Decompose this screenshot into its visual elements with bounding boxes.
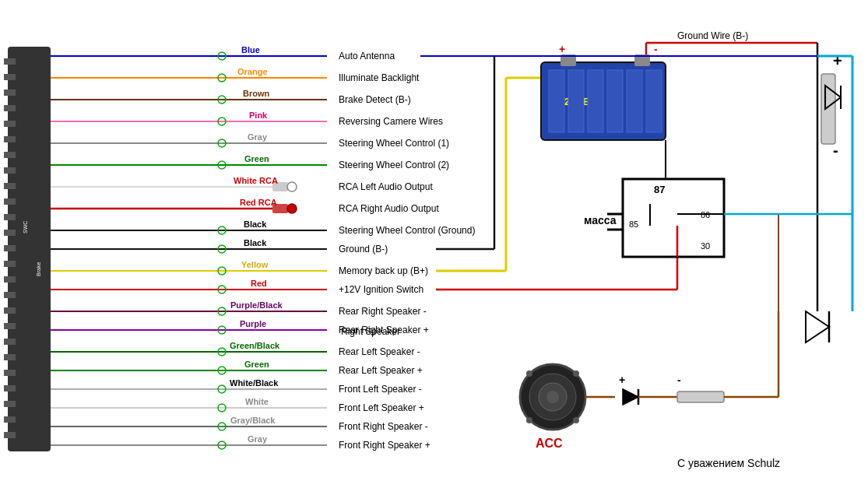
svg-rect-22 bbox=[4, 401, 16, 407]
svg-text:+12V Ignition Switch: +12V Ignition Switch bbox=[339, 284, 423, 295]
svg-text:Brown: Brown bbox=[243, 89, 270, 98]
svg-text:ACC: ACC bbox=[536, 437, 563, 450]
svg-rect-16 bbox=[4, 307, 16, 314]
svg-rect-3 bbox=[4, 105, 16, 111]
svg-text:Green: Green bbox=[244, 360, 269, 369]
signature-text: С уважением Schulz bbox=[677, 457, 780, 469]
svg-text:Steering Wheel Control (Ground: Steering Wheel Control (Ground) bbox=[339, 225, 475, 236]
svg-text:Brake: Brake bbox=[36, 262, 41, 276]
svg-rect-10 bbox=[4, 214, 16, 220]
svg-text:Black: Black bbox=[244, 219, 267, 229]
svg-rect-2 bbox=[4, 90, 16, 96]
svg-text:Ground Wire (B-): Ground Wire (B-) bbox=[677, 30, 748, 41]
svg-text:Gray: Gray bbox=[248, 132, 268, 142]
svg-text:Orange: Orange bbox=[237, 67, 268, 76]
svg-text:+: + bbox=[559, 43, 565, 55]
svg-rect-17 bbox=[4, 323, 16, 329]
svg-point-157 bbox=[526, 370, 532, 377]
svg-rect-12 bbox=[4, 245, 16, 251]
svg-rect-21 bbox=[4, 385, 16, 391]
svg-rect-125 bbox=[646, 70, 662, 132]
svg-rect-4 bbox=[4, 121, 16, 127]
svg-text:Rear Right Speaker -: Rear Right Speaker - bbox=[339, 306, 427, 317]
svg-rect-20 bbox=[4, 370, 16, 376]
svg-point-160 bbox=[573, 417, 579, 423]
svg-text:Purple: Purple bbox=[240, 319, 266, 328]
svg-point-158 bbox=[573, 370, 579, 377]
svg-rect-9 bbox=[4, 198, 16, 205]
svg-rect-8 bbox=[4, 183, 16, 189]
svg-text:+: + bbox=[833, 52, 842, 69]
wiring-diagram: Blue Auto Antenna Orange Illuminate Back… bbox=[0, 0, 868, 495]
svg-text:85: 85 bbox=[629, 219, 638, 229]
svg-text:Brake Detect (B-): Brake Detect (B-) bbox=[339, 94, 411, 105]
svg-text:-: - bbox=[654, 43, 658, 55]
svg-rect-13 bbox=[4, 261, 16, 267]
svg-text:30: 30 bbox=[701, 241, 710, 251]
svg-text:Red RCA: Red RCA bbox=[240, 198, 277, 207]
svg-marker-171 bbox=[806, 311, 829, 342]
svg-text:SWC: SWC bbox=[23, 221, 28, 233]
svg-text:масса: масса bbox=[584, 214, 617, 226]
svg-rect-7 bbox=[4, 167, 16, 174]
svg-text:+: + bbox=[619, 374, 625, 386]
svg-text:Gray/Black: Gray/Black bbox=[230, 416, 276, 425]
svg-text:Rear Left Speaker -: Rear Left Speaker - bbox=[339, 346, 420, 357]
svg-text:White RCA: White RCA bbox=[234, 176, 278, 185]
svg-rect-6 bbox=[4, 152, 16, 158]
svg-rect-11 bbox=[4, 230, 16, 236]
svg-point-156 bbox=[546, 391, 559, 403]
svg-text:Front Right Speaker -: Front Right Speaker - bbox=[339, 421, 428, 432]
svg-rect-23 bbox=[4, 416, 16, 423]
svg-rect-0 bbox=[4, 58, 16, 65]
svg-text:Front Right Speaker +: Front Right Speaker + bbox=[339, 440, 430, 451]
svg-text:Illuminate Backlight: Illuminate Backlight bbox=[339, 72, 420, 83]
svg-text:Ground (B-): Ground (B-) bbox=[339, 244, 388, 255]
svg-point-57 bbox=[287, 204, 297, 213]
right-speaker-label: Right Speaker bbox=[341, 326, 400, 337]
svg-rect-14 bbox=[4, 276, 16, 283]
svg-text:Front Left Speaker -: Front Left Speaker - bbox=[339, 384, 422, 395]
svg-text:Steering Wheel Control (2): Steering Wheel Control (2) bbox=[339, 160, 449, 170]
svg-text:Front Left Speaker +: Front Left Speaker + bbox=[339, 402, 424, 413]
svg-rect-124 bbox=[627, 70, 642, 132]
svg-text:Blue: Blue bbox=[241, 45, 260, 54]
svg-marker-163 bbox=[623, 389, 638, 405]
svg-rect-1 bbox=[4, 74, 16, 80]
svg-text:RCA Left Audio Output: RCA Left Audio Output bbox=[339, 181, 433, 192]
svg-text:Steering Wheel Control (1): Steering Wheel Control (1) bbox=[339, 138, 449, 149]
svg-rect-18 bbox=[4, 339, 16, 345]
svg-text:Reversing Camere Wires: Reversing Camere Wires bbox=[339, 116, 443, 127]
svg-text:-: - bbox=[677, 374, 681, 386]
svg-text:Memory back up (B+): Memory back up (B+) bbox=[339, 265, 428, 276]
svg-text:87: 87 bbox=[654, 184, 665, 195]
svg-text:Rear Left Speaker +: Rear Left Speaker + bbox=[339, 365, 423, 376]
svg-text:Green: Green bbox=[244, 154, 269, 163]
svg-rect-5 bbox=[4, 136, 16, 142]
svg-rect-123 bbox=[607, 70, 623, 132]
svg-rect-120 bbox=[549, 70, 564, 132]
svg-text:RCA Right Audio Output: RCA Right Audio Output bbox=[339, 203, 439, 214]
svg-text:Green/Black: Green/Black bbox=[230, 341, 280, 350]
svg-text:Red: Red bbox=[251, 279, 267, 288]
svg-text:Purple/Black: Purple/Black bbox=[230, 300, 283, 310]
svg-rect-166 bbox=[677, 391, 724, 402]
svg-point-52 bbox=[287, 182, 297, 191]
svg-rect-19 bbox=[4, 354, 16, 360]
svg-point-159 bbox=[526, 417, 532, 423]
svg-text:Auto Antenna: Auto Antenna bbox=[339, 51, 395, 61]
svg-rect-121 bbox=[568, 70, 584, 132]
svg-text:Yellow: Yellow bbox=[241, 260, 269, 269]
svg-rect-24 bbox=[4, 432, 16, 438]
svg-text:Black: Black bbox=[244, 238, 267, 248]
svg-text:Pink: Pink bbox=[249, 111, 268, 120]
svg-rect-122 bbox=[588, 70, 603, 132]
svg-text:White/Black: White/Black bbox=[230, 378, 279, 388]
svg-text:White: White bbox=[245, 397, 269, 406]
svg-rect-15 bbox=[4, 292, 16, 298]
svg-rect-132 bbox=[821, 74, 835, 144]
svg-text:Gray: Gray bbox=[248, 434, 268, 444]
